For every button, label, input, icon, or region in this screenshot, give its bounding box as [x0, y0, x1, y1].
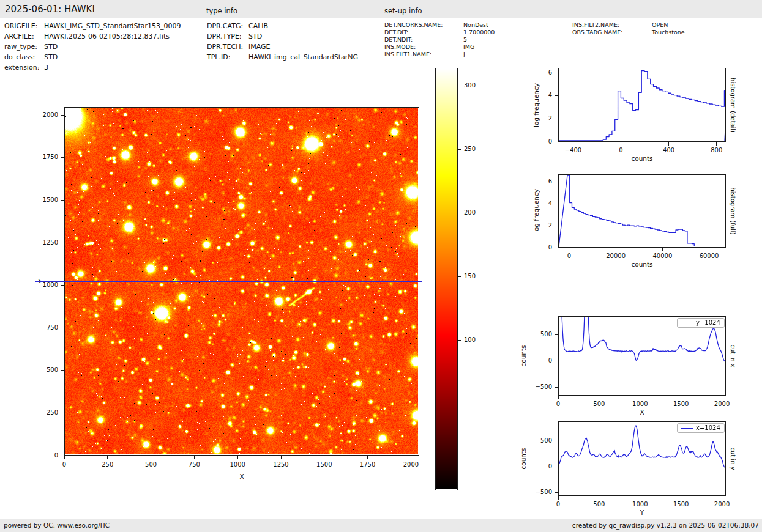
x-tick-mark: [558, 496, 559, 500]
x-tick-label: 0: [62, 461, 66, 468]
x-tick-mark: [281, 456, 282, 459]
y-tick-label: 6: [529, 69, 552, 76]
y-tick-mark: [61, 115, 64, 116]
x-tick-label: 1000: [230, 461, 245, 468]
colorbar-tick-label: 100: [464, 336, 476, 343]
type-info-value: HAWKI_img_cal_StandardStarNG: [248, 53, 358, 61]
x-tick-label: 0: [619, 147, 622, 153]
y-tick-label: 500: [529, 331, 552, 338]
y-tick-label: 1500: [35, 196, 58, 203]
type-info-value: CALIB: [248, 22, 268, 30]
x-tick-label: 500: [593, 501, 605, 508]
chart-right-label: histogram (detail): [730, 78, 736, 133]
colorbar-tick-label: 200: [464, 209, 476, 216]
file-info-row: do_class:STD: [4, 53, 58, 61]
x-axis-label: X: [239, 473, 244, 480]
x-tick-mark: [662, 248, 663, 251]
y-tick-mark: [61, 328, 64, 328]
colorbar-tick-label: 250: [464, 146, 476, 152]
x-tick-label: 60000: [700, 253, 719, 259]
y-tick-label: 1250: [35, 239, 58, 246]
y-tick-label: 250: [35, 409, 58, 416]
section-header-setup-info: set-up info: [384, 7, 422, 15]
x-tick-label: 0: [567, 253, 571, 259]
qc-report-page: 2025-06-01: HAWKI type info set-up info …: [0, 0, 762, 532]
setup-info-value: OPEN: [652, 21, 668, 28]
y-tick-mark: [61, 413, 64, 413]
type-info-value: STD: [248, 32, 262, 40]
type-info-label: DPR.TECH:: [207, 43, 248, 51]
colorbar-tick-mark: [458, 86, 461, 86]
x-tick-mark: [237, 456, 238, 459]
footer-right: created by qc_rawdisp.py v1.2.3 on 2025-…: [572, 522, 759, 529]
x-tick-label: 20000: [606, 253, 626, 259]
chart-legend: y=1024: [677, 318, 725, 328]
setup-info-row: DET.NDIT:5: [384, 36, 467, 43]
y-tick-mark: [555, 361, 558, 361]
chart-xlabel: Y: [640, 509, 644, 516]
colorbar-canvas: [436, 68, 457, 489]
file-info-value: 3: [44, 64, 48, 72]
y-tick-mark: [61, 243, 64, 243]
x-tick-label: 400: [663, 147, 674, 153]
y-tick-label: 0: [529, 244, 552, 251]
y-tick-mark: [555, 73, 558, 73]
legend-text: x=1024: [696, 424, 720, 431]
y-tick-mark: [555, 467, 558, 467]
x-tick-label: −400: [565, 147, 581, 153]
x-tick-mark: [151, 456, 151, 459]
x-tick-mark: [709, 248, 709, 251]
histogram_full-canvas: [559, 175, 725, 246]
x-tick-label: 40000: [652, 253, 672, 259]
type-info-row: TPL.ID:HAWKI_img_cal_StandardStarNG: [207, 53, 358, 61]
setup-info-label: INS.FILT2.NAME:: [572, 21, 652, 28]
colorbar-tick-mark: [458, 213, 461, 213]
setup-info-value: J: [463, 51, 465, 57]
crosshair-hline: [35, 281, 422, 282]
setup-info-value: 5: [463, 36, 467, 43]
x-tick-mark: [716, 142, 717, 146]
x-tick-mark: [324, 456, 324, 459]
setup-info-value: 1.7000000: [463, 29, 495, 35]
chart-legend: x=1024: [677, 423, 725, 433]
setup-info-value: IMG: [463, 43, 474, 50]
x-tick-mark: [194, 456, 195, 459]
x-tick-mark: [573, 142, 573, 146]
x-tick-mark: [722, 496, 722, 500]
colorbar: [435, 68, 458, 490]
colorbar-tick-label: 300: [464, 82, 476, 89]
setup-info-value: Touchstone: [652, 29, 685, 35]
y-tick-mark: [555, 142, 558, 142]
chart-right-label: cut in y: [730, 447, 736, 470]
file-info-label: ARCFILE:: [4, 32, 44, 40]
y-tick-label: 2000: [35, 111, 58, 118]
x-tick-label: 1000: [632, 501, 648, 508]
y-tick-mark: [555, 204, 558, 204]
y-tick-label: −500: [529, 489, 552, 495]
type-info-row: DPR.CATG:CALIB: [207, 22, 268, 30]
x-tick-mark: [681, 496, 681, 500]
y-tick-mark: [555, 441, 558, 441]
type-info-label: DPR.CATG:: [207, 22, 248, 30]
y-tick-mark: [555, 182, 558, 182]
file-info-label: ORIGFILE:: [4, 22, 44, 30]
y-tick-mark: [61, 285, 64, 286]
setup-info-label: OBS.TARG.NAME:: [572, 29, 652, 35]
type-info-row: DPR.TECH:IMAGE: [207, 43, 271, 51]
chart-cut_in_x: [558, 316, 726, 396]
y-tick-label: 0: [529, 138, 552, 145]
chart-right-label: cut in x: [730, 344, 736, 367]
x-tick-mark: [107, 456, 108, 459]
y-tick-label: 750: [35, 324, 58, 331]
file-info-value: HAWKI.2025-06-02T05:28:12.837.fits: [44, 32, 170, 40]
y-tick-label: 0: [529, 463, 552, 470]
x-tick-label: 750: [189, 461, 200, 468]
histogram_detail-canvas: [559, 68, 725, 141]
setup-info-label: INS.MODE:: [384, 43, 463, 50]
file-info-row: raw_type:STD: [4, 43, 58, 51]
y-tick-mark: [555, 334, 558, 335]
x-tick-label: 250: [102, 461, 113, 468]
y-tick-mark: [61, 157, 64, 158]
setup-info-label: DET.DIT:: [384, 29, 463, 35]
type-info-label: TPL.ID:: [207, 53, 248, 61]
